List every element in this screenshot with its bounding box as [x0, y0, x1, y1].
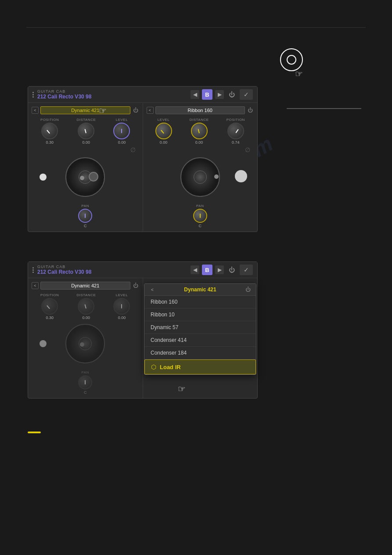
panel2-mic-left-prev[interactable]: <	[32, 282, 39, 289]
panel2-mic-left-name[interactable]: Dynamic 421	[40, 282, 130, 290]
panel1-r-pan-area: PAN C	[147, 201, 254, 228]
panel1-r-knob-level-value: 0.00	[160, 140, 168, 145]
panel2-b-badge[interactable]: B	[202, 265, 212, 275]
panel1-b-badge[interactable]: B	[202, 89, 212, 100]
panel1-knob-distance-label: DISTANCE	[76, 118, 96, 122]
panel2-knob-level-knob[interactable]	[113, 298, 130, 315]
panel1-r-knob-distance-value: 0.00	[195, 140, 203, 145]
panel1-mic-left: < Dynamic 421 ⏻ POSITION 0.30 DISTANCE	[28, 103, 143, 232]
cursor-line	[287, 108, 361, 109]
dropdown-item-ribbon160[interactable]: Ribbon 160	[144, 296, 256, 308]
dropdown-prev-button[interactable]: <	[149, 286, 156, 293]
panel2-knob-distance-knob[interactable]	[78, 298, 94, 315]
panel1-phase-symbol: ∅	[32, 146, 139, 153]
panel1-r-knob-position-label: POSITION	[227, 118, 245, 122]
panel2-next-button[interactable]: ▶	[215, 265, 224, 274]
panel1-knob-distance: DISTANCE 0.00	[76, 118, 96, 145]
panel1-knob-position-label: POSITION	[40, 118, 59, 122]
panel1-r-knob-distance: DISTANCE 0.00	[190, 118, 209, 145]
panel1-preset-name: 212 Cali Recto V30 98	[37, 94, 187, 100]
panel1-pan-value: C	[84, 224, 87, 228]
panel2-preset-name: 212 Cali Recto V30 98	[37, 269, 187, 275]
panel2-menu-dots[interactable]	[32, 267, 34, 273]
panel1-mic-right-name[interactable]: Ribbon 160	[155, 106, 245, 114]
panel2-mic-dot-1	[40, 340, 47, 347]
cursor-circle-icon	[280, 48, 303, 71]
panel2-mic-left: < Dynamic 421 ⏻ POSITION 0.30 DISTANCE	[28, 278, 143, 398]
panel1-r-phase-symbol: ∅	[147, 146, 254, 153]
panel1-section-label: GUITAR CAB	[37, 89, 187, 94]
panel2-pan-value: C	[84, 390, 87, 395]
panel2-knob-distance: DISTANCE 0.00	[76, 293, 96, 320]
panel1-knob-level-knob[interactable]	[113, 123, 130, 139]
panel2-pan-area: PAN C	[32, 367, 139, 395]
panel1-r-pan-knob[interactable]	[193, 209, 207, 223]
panel1-r-knob-level-knob[interactable]	[155, 123, 172, 139]
panel1-r-knob-position: POSITION 0.74	[227, 118, 245, 145]
panel1-pan-label: PAN	[82, 204, 89, 208]
panel2-power-button[interactable]: ⏻	[227, 265, 237, 275]
panel1-r-knob-distance-knob[interactable]	[191, 123, 208, 139]
panel1-pan-knob[interactable]	[78, 209, 92, 223]
panel2-section-label: GUITAR CAB	[37, 265, 187, 269]
panel2-knob-position: POSITION 0.30	[40, 293, 59, 320]
panel1-pan-area: PAN C	[32, 201, 139, 228]
panel1-mic-left-power[interactable]: ⏻	[132, 107, 139, 114]
panel1-prev-button[interactable]: ◀	[191, 90, 199, 99]
panel2-pan-knob[interactable]	[78, 375, 92, 389]
panel1-knob-level-label: LEVEL	[116, 118, 128, 122]
panel1-r-knob-level-label: LEVEL	[158, 118, 169, 122]
panel1-knob-distance-value: 0.00	[83, 140, 90, 145]
panel1-menu-dots[interactable]	[32, 92, 34, 98]
panel1-mic-left-prev[interactable]: <	[32, 107, 39, 114]
panel2-speaker-area	[32, 322, 139, 366]
panel2-knob-position-value: 0.30	[46, 316, 54, 320]
panel2-prev-button[interactable]: ◀	[191, 265, 199, 274]
panel2-check-button[interactable]: ✓	[240, 265, 253, 275]
panel1-speaker-outer	[65, 157, 105, 197]
panel1-header: GUITAR CAB 212 Cali Recto V30 98 ◀ B ▶ ⏻…	[28, 87, 257, 103]
panel1-r-pan-label: PAN	[196, 204, 204, 208]
panel1-mic-left-name[interactable]: Dynamic 421	[40, 106, 130, 114]
panel2-mic-left-knob-row: POSITION 0.30 DISTANCE 0.00 LEVEL	[32, 293, 139, 320]
dropdown-item-dynamic57[interactable]: Dynamic 57	[144, 321, 256, 334]
panel1-mic-right-prev[interactable]: <	[147, 107, 154, 114]
panel1-r-knob-distance-label: DISTANCE	[190, 118, 209, 122]
dropdown-load-ir-button[interactable]: ⬡ Load IR	[144, 359, 256, 374]
panel2-speaker-outer	[65, 324, 105, 363]
panel1-knob-distance-knob[interactable]	[78, 123, 94, 139]
panel2-header-controls: ◀ B ▶ ⏻ ✓	[191, 265, 253, 275]
panel1-knob-position-knob[interactable]	[41, 123, 58, 139]
dropdown-power-button[interactable]: ⏻	[245, 286, 252, 293]
panel1-next-button[interactable]: ▶	[215, 90, 224, 99]
panel1-r-knob-position-knob[interactable]	[227, 123, 244, 139]
panel1-knob-position-value: 0.30	[46, 140, 54, 145]
panel1-mic-dot-1	[40, 174, 47, 181]
panel1-mic-dot-2	[80, 176, 84, 180]
panel2-mic-left-header: < Dynamic 421 ⏻	[32, 282, 139, 290]
panel1-body: < Dynamic 421 ⏻ POSITION 0.30 DISTANCE	[28, 103, 257, 232]
panel2-mic-left-power[interactable]: ⏻	[132, 282, 139, 289]
panel2-knob-distance-value: 0.00	[83, 316, 90, 320]
panel1-r-speaker-inner	[194, 170, 207, 184]
panel1-mic-right-header: < Ribbon 160 ⏻	[147, 106, 254, 114]
dropdown-item-condenser414[interactable]: Condenser 414	[144, 334, 256, 347]
panel1-mic-right-power[interactable]: ⏻	[247, 107, 254, 114]
panel2-pan-group: PAN C	[78, 370, 92, 395]
panel1-knob-position: POSITION 0.30	[40, 118, 59, 145]
panel2-knob-level: LEVEL 0.00	[113, 293, 130, 320]
dropdown-item-ribbon10[interactable]: Ribbon 10	[144, 308, 256, 321]
panel1-check-button[interactable]: ✓	[240, 89, 253, 100]
load-ir-text: Load IR	[160, 364, 181, 370]
panel1-r-mic-dot-2	[235, 170, 247, 182]
dropdown-item-condenser184[interactable]: Condenser 184	[144, 347, 256, 359]
panel2-title-block: GUITAR CAB 212 Cali Recto V30 98	[37, 265, 187, 275]
panel1-power-button[interactable]: ⏻	[227, 89, 237, 100]
panel1-title-block: GUITAR CAB 212 Cali Recto V30 98	[37, 89, 187, 100]
bottom-dash	[28, 432, 41, 433]
panel2-knob-position-knob[interactable]	[41, 298, 58, 315]
top-divider	[26, 27, 366, 28]
mic-dropdown: < Dynamic 421 ⏻ Ribbon 160 Ribbon 10 Dyn…	[144, 283, 256, 375]
panel2-knob-level-value: 0.00	[118, 316, 126, 320]
panel1-header-controls: ◀ B ▶ ⏻ ✓	[191, 89, 253, 100]
